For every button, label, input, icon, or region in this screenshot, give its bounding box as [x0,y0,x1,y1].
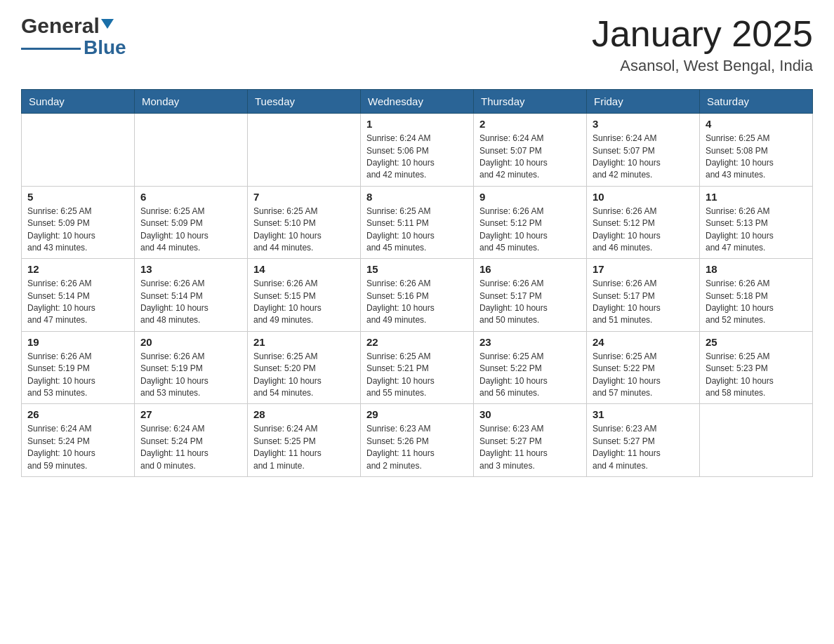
day-number: 5 [27,191,128,203]
calendar-cell: 11Sunrise: 6:26 AM Sunset: 5:13 PM Dayli… [700,186,813,259]
calendar-cell: 7Sunrise: 6:25 AM Sunset: 5:10 PM Daylig… [248,186,361,259]
calendar-table: SundayMondayTuesdayWednesdayThursdayFrid… [21,89,813,477]
calendar-cell: 20Sunrise: 6:26 AM Sunset: 5:19 PM Dayli… [135,331,248,404]
day-number: 15 [366,263,468,275]
day-info: Sunrise: 6:26 AM Sunset: 5:17 PM Dayligh… [593,278,694,327]
week-row: 26Sunrise: 6:24 AM Sunset: 5:24 PM Dayli… [22,404,813,477]
day-of-week-header: Thursday [474,90,587,114]
day-info: Sunrise: 6:24 AM Sunset: 5:06 PM Dayligh… [366,133,468,182]
day-of-week-header: Monday [135,90,248,114]
day-number: 20 [140,336,241,348]
day-number: 17 [593,263,694,275]
calendar-cell: 16Sunrise: 6:26 AM Sunset: 5:17 PM Dayli… [474,259,587,332]
day-info: Sunrise: 6:26 AM Sunset: 5:19 PM Dayligh… [27,351,128,400]
day-info: Sunrise: 6:25 AM Sunset: 5:22 PM Dayligh… [593,351,694,400]
day-info: Sunrise: 6:25 AM Sunset: 5:21 PM Dayligh… [366,351,468,400]
calendar-cell: 21Sunrise: 6:25 AM Sunset: 5:20 PM Dayli… [248,331,361,404]
day-info: Sunrise: 6:26 AM Sunset: 5:19 PM Dayligh… [140,351,241,400]
day-number: 10 [593,191,694,203]
day-info: Sunrise: 6:24 AM Sunset: 5:25 PM Dayligh… [253,423,355,472]
day-number: 2 [479,118,581,130]
day-of-week-header: Sunday [22,90,135,114]
week-row: 19Sunrise: 6:26 AM Sunset: 5:19 PM Dayli… [22,331,813,404]
page-subtitle: Asansol, West Bengal, India [592,57,813,75]
calendar-cell: 4Sunrise: 6:25 AM Sunset: 5:08 PM Daylig… [700,114,813,187]
calendar-cell: 2Sunrise: 6:24 AM Sunset: 5:07 PM Daylig… [474,114,587,187]
page-title: January 2025 [592,14,813,54]
week-row: 1Sunrise: 6:24 AM Sunset: 5:06 PM Daylig… [22,114,813,187]
day-info: Sunrise: 6:26 AM Sunset: 5:17 PM Dayligh… [479,278,581,327]
day-number: 29 [366,408,468,420]
day-info: Sunrise: 6:26 AM Sunset: 5:18 PM Dayligh… [706,278,807,327]
day-info: Sunrise: 6:23 AM Sunset: 5:27 PM Dayligh… [593,423,694,472]
calendar-cell: 25Sunrise: 6:25 AM Sunset: 5:23 PM Dayli… [700,331,813,404]
week-row: 12Sunrise: 6:26 AM Sunset: 5:14 PM Dayli… [22,259,813,332]
day-number: 16 [479,263,581,275]
calendar-cell: 9Sunrise: 6:26 AM Sunset: 5:12 PM Daylig… [474,186,587,259]
day-number: 22 [366,336,468,348]
day-number: 1 [366,118,468,130]
calendar-cell: 17Sunrise: 6:26 AM Sunset: 5:17 PM Dayli… [587,259,700,332]
day-info: Sunrise: 6:26 AM Sunset: 5:15 PM Dayligh… [253,278,355,327]
calendar-cell: 6Sunrise: 6:25 AM Sunset: 5:09 PM Daylig… [135,186,248,259]
day-number: 30 [479,408,581,420]
day-info: Sunrise: 6:26 AM Sunset: 5:12 PM Dayligh… [479,206,581,255]
calendar-cell: 29Sunrise: 6:23 AM Sunset: 5:26 PM Dayli… [361,404,474,477]
logo: General Blue [21,14,126,59]
day-number: 7 [253,191,355,203]
day-number: 3 [593,118,694,130]
day-number: 24 [593,336,694,348]
calendar-cell [22,114,135,187]
day-info: Sunrise: 6:26 AM Sunset: 5:13 PM Dayligh… [706,206,807,255]
calendar-cell: 27Sunrise: 6:24 AM Sunset: 5:24 PM Dayli… [135,404,248,477]
calendar-cell: 24Sunrise: 6:25 AM Sunset: 5:22 PM Dayli… [587,331,700,404]
logo-general-text: General [21,14,100,38]
day-of-week-header: Friday [587,90,700,114]
calendar-cell: 5Sunrise: 6:25 AM Sunset: 5:09 PM Daylig… [22,186,135,259]
day-number: 12 [27,263,128,275]
day-info: Sunrise: 6:24 AM Sunset: 5:24 PM Dayligh… [27,423,128,472]
day-number: 27 [140,408,241,420]
week-row: 5Sunrise: 6:25 AM Sunset: 5:09 PM Daylig… [22,186,813,259]
day-info: Sunrise: 6:25 AM Sunset: 5:23 PM Dayligh… [706,351,807,400]
day-info: Sunrise: 6:24 AM Sunset: 5:07 PM Dayligh… [479,133,581,182]
logo-line [21,48,81,50]
day-number: 18 [706,263,807,275]
day-of-week-header: Wednesday [361,90,474,114]
calendar-cell: 8Sunrise: 6:25 AM Sunset: 5:11 PM Daylig… [361,186,474,259]
day-number: 4 [706,118,807,130]
day-info: Sunrise: 6:26 AM Sunset: 5:14 PM Dayligh… [140,278,241,327]
day-number: 13 [140,263,241,275]
calendar-cell: 22Sunrise: 6:25 AM Sunset: 5:21 PM Dayli… [361,331,474,404]
calendar-cell: 23Sunrise: 6:25 AM Sunset: 5:22 PM Dayli… [474,331,587,404]
day-info: Sunrise: 6:25 AM Sunset: 5:22 PM Dayligh… [479,351,581,400]
day-info: Sunrise: 6:24 AM Sunset: 5:07 PM Dayligh… [593,133,694,182]
calendar-cell [135,114,248,187]
logo-triangle-icon [101,19,114,29]
day-info: Sunrise: 6:25 AM Sunset: 5:10 PM Dayligh… [253,206,355,255]
day-info: Sunrise: 6:25 AM Sunset: 5:11 PM Dayligh… [366,206,468,255]
day-info: Sunrise: 6:26 AM Sunset: 5:16 PM Dayligh… [366,278,468,327]
calendar-cell: 31Sunrise: 6:23 AM Sunset: 5:27 PM Dayli… [587,404,700,477]
day-number: 31 [593,408,694,420]
calendar-cell: 10Sunrise: 6:26 AM Sunset: 5:12 PM Dayli… [587,186,700,259]
day-number: 19 [27,336,128,348]
day-number: 14 [253,263,355,275]
day-info: Sunrise: 6:25 AM Sunset: 5:09 PM Dayligh… [27,206,128,255]
calendar-cell [248,114,361,187]
day-number: 9 [479,191,581,203]
page-header: General Blue January 2025 Asansol, West … [21,14,813,75]
day-info: Sunrise: 6:25 AM Sunset: 5:20 PM Dayligh… [253,351,355,400]
calendar-cell: 26Sunrise: 6:24 AM Sunset: 5:24 PM Dayli… [22,404,135,477]
day-number: 21 [253,336,355,348]
day-number: 8 [366,191,468,203]
day-info: Sunrise: 6:26 AM Sunset: 5:14 PM Dayligh… [27,278,128,327]
calendar-cell: 18Sunrise: 6:26 AM Sunset: 5:18 PM Dayli… [700,259,813,332]
calendar-cell: 14Sunrise: 6:26 AM Sunset: 5:15 PM Dayli… [248,259,361,332]
day-of-week-header: Saturday [700,90,813,114]
day-number: 25 [706,336,807,348]
calendar-body: 1Sunrise: 6:24 AM Sunset: 5:06 PM Daylig… [22,114,813,477]
day-info: Sunrise: 6:23 AM Sunset: 5:26 PM Dayligh… [366,423,468,472]
calendar-cell: 13Sunrise: 6:26 AM Sunset: 5:14 PM Dayli… [135,259,248,332]
day-number: 28 [253,408,355,420]
